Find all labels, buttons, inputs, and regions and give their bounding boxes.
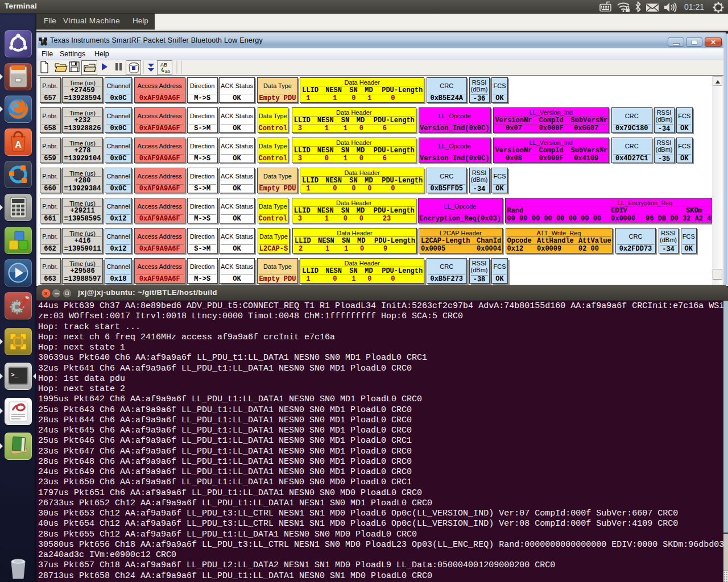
svg-text:>_: >_ <box>11 372 19 379</box>
svg-text:A: A <box>15 140 22 149</box>
